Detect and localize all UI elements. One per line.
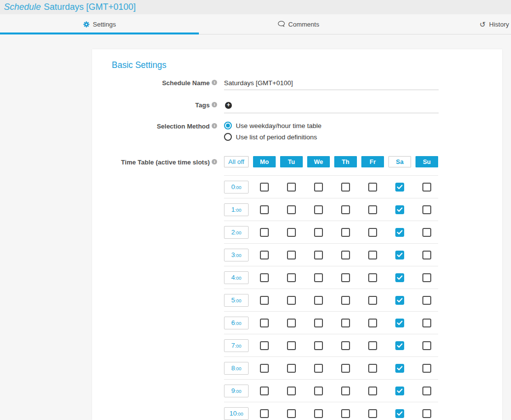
- slot-checkbox-th-500[interactable]: [341, 296, 350, 305]
- day-toggle-tu[interactable]: Tu: [280, 156, 303, 167]
- add-tag-button[interactable]: +: [225, 102, 232, 109]
- slot-checkbox-we-700[interactable]: [314, 341, 323, 350]
- slot-checkbox-mo-100[interactable]: [260, 205, 269, 214]
- slot-checkbox-sa-700[interactable]: [395, 341, 404, 350]
- slot-checkbox-sa-600[interactable]: [395, 319, 404, 327]
- slot-checkbox-we-500[interactable]: [314, 296, 323, 305]
- slot-checkbox-su-000[interactable]: [422, 183, 431, 192]
- slot-checkbox-mo-500[interactable]: [260, 296, 269, 305]
- slot-checkbox-we-1000[interactable]: [314, 409, 323, 418]
- slot-checkbox-sa-800[interactable]: [395, 364, 404, 373]
- day-toggle-su[interactable]: Su: [415, 156, 438, 167]
- day-toggle-fr[interactable]: Fr: [361, 156, 384, 167]
- slot-checkbox-mo-600[interactable]: [260, 319, 269, 327]
- slot-checkbox-tu-600[interactable]: [287, 319, 296, 327]
- slot-checkbox-th-600[interactable]: [341, 319, 350, 327]
- slot-checkbox-th-100[interactable]: [341, 205, 350, 214]
- radio-use-weekday-hour-time-table[interactable]: [224, 122, 232, 129]
- slot-checkbox-su-300[interactable]: [422, 251, 431, 259]
- hour-toggle-300[interactable]: 3:00: [224, 249, 249, 261]
- slot-checkbox-mo-700[interactable]: [260, 341, 269, 350]
- hour-toggle-800[interactable]: 8:00: [224, 362, 249, 375]
- slot-checkbox-su-1000[interactable]: [422, 409, 431, 418]
- slot-checkbox-sa-300[interactable]: [395, 251, 404, 259]
- slot-checkbox-fr-800[interactable]: [368, 364, 377, 373]
- radio-use-list-of-period-definitions[interactable]: [224, 133, 232, 141]
- slot-checkbox-sa-000[interactable]: [395, 183, 404, 192]
- slot-checkbox-tu-200[interactable]: [287, 228, 296, 237]
- info-icon[interactable]: i: [212, 123, 217, 129]
- slot-checkbox-we-000[interactable]: [314, 183, 323, 192]
- schedule-name-input[interactable]: [224, 79, 439, 90]
- tab-history[interactable]: ↺ History: [398, 14, 511, 34]
- slot-checkbox-tu-300[interactable]: [287, 251, 296, 259]
- hour-toggle-700[interactable]: 7:00: [224, 339, 249, 352]
- slot-checkbox-fr-900[interactable]: [368, 387, 377, 395]
- info-icon[interactable]: i: [212, 80, 217, 85]
- slot-checkbox-we-200[interactable]: [314, 228, 323, 237]
- day-toggle-we[interactable]: We: [307, 156, 330, 167]
- slot-checkbox-su-400[interactable]: [422, 273, 431, 282]
- hour-toggle-200[interactable]: 2:00: [224, 226, 249, 239]
- slot-checkbox-we-600[interactable]: [314, 319, 323, 327]
- slot-checkbox-sa-100[interactable]: [395, 205, 404, 214]
- slot-checkbox-fr-500[interactable]: [368, 296, 377, 305]
- slot-checkbox-su-700[interactable]: [422, 341, 431, 350]
- slot-checkbox-mo-200[interactable]: [260, 228, 269, 237]
- slot-checkbox-tu-100[interactable]: [287, 205, 296, 214]
- slot-checkbox-mo-400[interactable]: [260, 273, 269, 282]
- slot-checkbox-sa-900[interactable]: [395, 387, 404, 395]
- slot-checkbox-th-900[interactable]: [341, 387, 350, 395]
- day-toggle-th[interactable]: Th: [334, 156, 357, 167]
- day-toggle-sa[interactable]: Sa: [388, 156, 411, 167]
- slot-checkbox-tu-700[interactable]: [287, 341, 296, 350]
- slot-checkbox-th-200[interactable]: [341, 228, 350, 237]
- slot-checkbox-th-000[interactable]: [341, 183, 350, 192]
- slot-checkbox-we-400[interactable]: [314, 273, 323, 282]
- hour-toggle-000[interactable]: 0:00: [224, 181, 249, 194]
- slot-checkbox-su-100[interactable]: [422, 205, 431, 214]
- slot-checkbox-sa-400[interactable]: [395, 273, 404, 282]
- slot-checkbox-mo-900[interactable]: [260, 387, 269, 395]
- slot-checkbox-su-600[interactable]: [422, 319, 431, 327]
- slot-checkbox-mo-300[interactable]: [260, 251, 269, 259]
- slot-checkbox-fr-000[interactable]: [368, 183, 377, 192]
- slot-checkbox-tu-800[interactable]: [287, 364, 296, 373]
- slot-checkbox-we-900[interactable]: [314, 387, 323, 395]
- info-icon[interactable]: i: [212, 159, 217, 164]
- hour-toggle-600[interactable]: 6:00: [224, 317, 249, 329]
- info-icon[interactable]: i: [212, 102, 217, 107]
- slot-checkbox-su-800[interactable]: [422, 364, 431, 373]
- hour-toggle-1000[interactable]: 10:00: [224, 407, 249, 420]
- slot-checkbox-fr-1000[interactable]: [368, 409, 377, 418]
- all-off-button[interactable]: All off: [224, 156, 249, 167]
- slot-checkbox-fr-600[interactable]: [368, 319, 377, 327]
- slot-checkbox-we-300[interactable]: [314, 251, 323, 259]
- slot-checkbox-th-1000[interactable]: [341, 409, 350, 418]
- hour-toggle-400[interactable]: 4:00: [224, 271, 249, 284]
- slot-checkbox-sa-200[interactable]: [395, 228, 404, 237]
- slot-checkbox-fr-300[interactable]: [368, 251, 377, 259]
- slot-checkbox-fr-700[interactable]: [368, 341, 377, 350]
- slot-checkbox-tu-000[interactable]: [287, 183, 296, 192]
- slot-checkbox-su-200[interactable]: [422, 228, 431, 237]
- tab-settings[interactable]: Settings: [0, 14, 199, 34]
- slot-checkbox-tu-400[interactable]: [287, 273, 296, 282]
- slot-checkbox-th-800[interactable]: [341, 364, 350, 373]
- slot-checkbox-mo-800[interactable]: [260, 364, 269, 373]
- slot-checkbox-mo-1000[interactable]: [260, 409, 269, 418]
- slot-checkbox-tu-900[interactable]: [287, 387, 296, 395]
- slot-checkbox-th-700[interactable]: [341, 341, 350, 350]
- slot-checkbox-tu-1000[interactable]: [287, 409, 296, 418]
- hour-toggle-100[interactable]: 1:00: [224, 203, 249, 216]
- slot-checkbox-sa-1000[interactable]: [395, 409, 404, 418]
- tab-comments[interactable]: Comments: [199, 14, 398, 34]
- hour-toggle-500[interactable]: 5:00: [224, 294, 249, 307]
- day-toggle-mo[interactable]: Mo: [253, 156, 276, 167]
- slot-checkbox-su-900[interactable]: [422, 387, 431, 395]
- slot-checkbox-fr-400[interactable]: [368, 273, 377, 282]
- slot-checkbox-fr-200[interactable]: [368, 228, 377, 237]
- slot-checkbox-su-500[interactable]: [422, 296, 431, 305]
- slot-checkbox-th-300[interactable]: [341, 251, 350, 259]
- slot-checkbox-fr-100[interactable]: [368, 205, 377, 214]
